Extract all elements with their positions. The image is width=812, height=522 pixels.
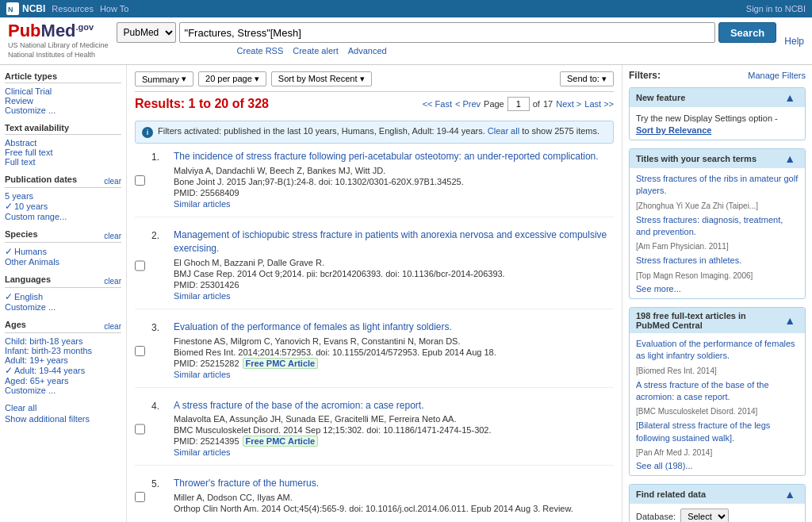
titles-item-link[interactable]: Stress fractures in athletes. bbox=[636, 255, 799, 267]
pubmed-logo: PubMed.gov US National Library of Medici… bbox=[8, 22, 109, 59]
similar-articles-link[interactable]: Similar articles bbox=[174, 370, 231, 379]
article-checkbox[interactable] bbox=[135, 479, 145, 515]
similar-articles-link[interactable]: Similar articles bbox=[174, 291, 231, 301]
sidebar-customize-ages[interactable]: Customize ... bbox=[5, 386, 56, 395]
sidebar-customize-lang[interactable]: Customize ... bbox=[5, 302, 56, 312]
pmc-item-link[interactable]: Evaluation of the performance of females… bbox=[636, 338, 799, 363]
article-authors: Finestone AS, Milgrom C, Yanovich R, Eva… bbox=[174, 336, 614, 346]
pmc-item-link[interactable]: [Bilateral stress fracture of the legs f… bbox=[636, 420, 799, 444]
search-input[interactable] bbox=[179, 22, 715, 43]
sidebar-child[interactable]: Child: birth-18 years bbox=[5, 336, 82, 346]
sidebar-custom-range[interactable]: Custom range... bbox=[5, 212, 67, 221]
article-pmid: PMID: 25215282Free PMC Article bbox=[174, 359, 614, 368]
article-checkbox[interactable] bbox=[135, 323, 145, 379]
search-button[interactable]: Search bbox=[718, 22, 776, 43]
sidebar-other-animals[interactable]: Other Animals bbox=[5, 257, 59, 267]
first-page-link[interactable]: << Fast bbox=[423, 99, 452, 109]
similar-articles-link[interactable]: Similar articles bbox=[174, 447, 231, 457]
per-page-button[interactable]: 20 per page bbox=[198, 71, 266, 86]
titles-see-more-link[interactable]: See more... bbox=[636, 284, 681, 294]
article-list: 1. The incidence of stress fracture foll… bbox=[135, 150, 614, 522]
languages-clear[interactable]: clear bbox=[104, 277, 121, 286]
titles-item-source: [Am Fam Physician. 2011] bbox=[636, 242, 729, 251]
last-page-link[interactable]: Last >> bbox=[584, 99, 614, 109]
pub-text: Pub bbox=[8, 21, 41, 40]
create-alert-link[interactable]: Create alert bbox=[293, 46, 338, 56]
sidebar-infant[interactable]: Infant: birth-23 months bbox=[5, 346, 92, 355]
sort-button[interactable]: Sort by Most Recent bbox=[271, 71, 372, 86]
article-title-link[interactable]: The incidence of stress fracture followi… bbox=[174, 150, 614, 163]
sidebar-clinical-trial[interactable]: Clinical Trial bbox=[5, 86, 52, 96]
new-feature-text: Try the new Display Settings option - bbox=[636, 112, 799, 125]
titles-section-header: Titles with your search terms ▲ bbox=[630, 149, 805, 168]
titles-item-link[interactable]: Stress fractures of the ribs in amateur … bbox=[636, 173, 799, 198]
article-pmid: PMID: 25568409 bbox=[174, 188, 614, 198]
new-feature-scroll-up[interactable]: ▲ bbox=[781, 91, 799, 104]
filter-clear-all-link[interactable]: Clear all bbox=[488, 126, 519, 136]
next-page-link[interactable]: Next > bbox=[556, 99, 581, 109]
search-row: PubMed Search bbox=[117, 22, 777, 43]
pmc-scroll-up[interactable]: ▲ bbox=[781, 314, 799, 327]
titles-scroll-up[interactable]: ▲ bbox=[781, 152, 799, 165]
pub-dates-clear[interactable]: clear bbox=[104, 177, 121, 186]
titles-item-source: [Zhonghua Yi Xue Za Zhi (Taipei...] bbox=[636, 202, 758, 210]
languages-section: Languages clear ✓ English Customize ... bbox=[5, 274, 121, 312]
ncbi-topbar: N NCBI Resources How To Sign in to NCBI bbox=[0, 0, 812, 17]
manage-filters-link[interactable]: Manage Filters bbox=[748, 71, 806, 80]
med-text: Med bbox=[41, 21, 76, 40]
sidebar-5yr[interactable]: 5 years bbox=[5, 191, 33, 201]
sidebar-customize-article[interactable]: Customize ... bbox=[5, 106, 56, 115]
species-clear[interactable]: clear bbox=[104, 232, 121, 240]
pmc-item-source: [Pan Afr Med J. 2014] bbox=[636, 448, 712, 457]
ages-title: Ages bbox=[5, 320, 104, 329]
article-checkbox[interactable] bbox=[135, 231, 145, 301]
titles-item-link[interactable]: Stress fractures: diagnosis, treatment, … bbox=[636, 214, 799, 239]
sort-relevance-link[interactable]: Sort by Relevance bbox=[636, 125, 711, 135]
sidebar-free-full-text[interactable]: Free full text bbox=[5, 148, 53, 157]
article-content: Management of ischiopubic stress fractur… bbox=[174, 228, 614, 301]
article-title-link[interactable]: A stress fracture of the base of the acr… bbox=[174, 399, 614, 413]
article-journal: Biomed Res Int. 2014;2014:572953. doi: 1… bbox=[174, 347, 614, 357]
sidebar-clear-all[interactable]: Clear all bbox=[5, 403, 121, 413]
pmc-item-link[interactable]: A stress fracture of the base of the acr… bbox=[636, 379, 799, 404]
database-select-dropdown[interactable]: Select bbox=[680, 509, 729, 522]
sidebar-humans-checked: ✓ Humans bbox=[5, 246, 121, 257]
article-content: A stress fracture of the base of the acr… bbox=[174, 399, 614, 458]
article-title-link[interactable]: Evaluation of the performance of females… bbox=[174, 320, 614, 334]
pmc-see-all-link[interactable]: See all (198)... bbox=[636, 461, 693, 470]
sidebar-abstract[interactable]: Abstract bbox=[5, 138, 36, 148]
pmc-badge: Free PMC Article bbox=[243, 358, 319, 369]
summary-button[interactable]: Summary bbox=[135, 71, 193, 86]
article-title-link[interactable]: Management of ischiopubic stress fractur… bbox=[174, 228, 614, 255]
article-checkbox[interactable] bbox=[135, 401, 145, 458]
page-input[interactable] bbox=[508, 97, 530, 111]
howto-link[interactable]: How To bbox=[100, 4, 128, 13]
ages-clear[interactable]: clear bbox=[104, 322, 121, 331]
create-rss-link[interactable]: Create RSS bbox=[237, 46, 284, 56]
article-checkbox[interactable] bbox=[135, 152, 145, 209]
help-link[interactable]: Help bbox=[784, 36, 804, 47]
titles-item: Stress fractures: diagnosis, treatment, … bbox=[636, 214, 799, 251]
article-similar-links: Similar articles bbox=[174, 447, 614, 457]
signin-link[interactable]: Sign in to NCBI bbox=[746, 4, 806, 13]
species-title: Species bbox=[5, 229, 104, 239]
sidebar-aged[interactable]: Aged: 65+ years bbox=[5, 376, 68, 386]
database-select[interactable]: PubMed bbox=[117, 22, 176, 43]
sidebar-full-text[interactable]: Full text bbox=[5, 157, 36, 167]
find-related-scroll-up[interactable]: ▲ bbox=[781, 488, 799, 501]
article-title-link[interactable]: Thrower's fracture of the humerus. bbox=[174, 477, 614, 490]
content-area: Summary 20 per page Sort by Most Recent … bbox=[127, 65, 622, 522]
prev-page-link[interactable]: < Prev bbox=[455, 99, 481, 109]
article-number: 2. bbox=[151, 228, 167, 301]
sidebar-review[interactable]: Review bbox=[5, 96, 33, 106]
sidebar-adult-plus[interactable]: Adult: 19+ years bbox=[5, 355, 68, 365]
advanced-link[interactable]: Advanced bbox=[348, 46, 387, 56]
sidebar-show-additional[interactable]: Show additional filters bbox=[5, 414, 121, 424]
article-item: 5. Thrower's fracture of the humerus. Mi… bbox=[135, 477, 614, 522]
article-content: Thrower's fracture of the humerus. Mille… bbox=[174, 477, 614, 515]
similar-articles-link[interactable]: Similar articles bbox=[174, 199, 231, 209]
send-to-button[interactable]: Send to: bbox=[560, 71, 614, 86]
resources-link[interactable]: Resources bbox=[52, 4, 94, 13]
right-panel: Filters: Manage Filters New feature ▲ Tr… bbox=[622, 65, 812, 522]
species-header: Species clear bbox=[5, 229, 121, 242]
